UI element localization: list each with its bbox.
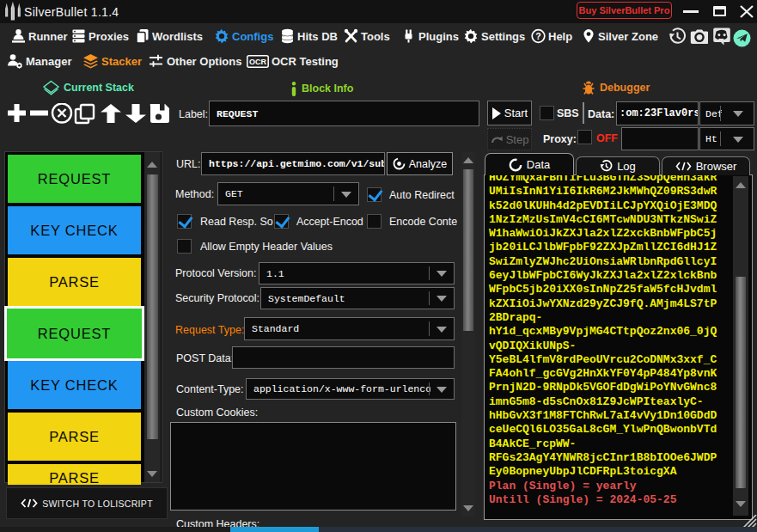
svg-text:OCR: OCR bbox=[249, 58, 267, 66]
svg-text:?: ? bbox=[535, 31, 540, 41]
